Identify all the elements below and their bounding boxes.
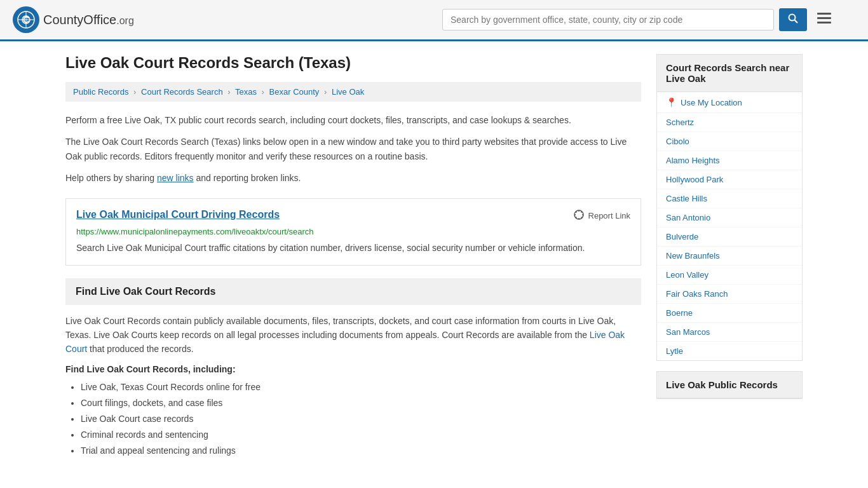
nearby-link-san-marcos[interactable]: San Marcos	[657, 323, 802, 342]
find-section-title: Find Live Oak Court Records	[76, 286, 631, 297]
record-title-link[interactable]: Live Oak Municipal Court Driving Records	[76, 209, 280, 220]
find-description: Live Oak Court Records contain publicly …	[65, 314, 641, 356]
report-link-button[interactable]: Report Link	[573, 209, 630, 223]
breadcrumb-link-court-records[interactable]: Court Records Search	[141, 87, 223, 97]
breadcrumb-link-live-oak[interactable]: Live Oak	[332, 87, 364, 97]
svg-rect-7	[817, 13, 831, 15]
list-item: Live Oak, Texas Court Records online for…	[81, 379, 641, 395]
nearby-box: Court Records Search near Live Oak 📍 Use…	[656, 54, 803, 361]
nearby-box-title: Court Records Search near Live Oak	[657, 55, 802, 92]
logo-area: C CountyOffice.org	[13, 6, 134, 33]
find-subtitle: Find Live Oak Court Records, including:	[65, 364, 641, 374]
list-item: Criminal records and sentencing	[81, 427, 641, 443]
svg-point-5	[789, 15, 796, 21]
new-links-link[interactable]: new links	[157, 173, 194, 183]
breadcrumb: Public Records › Court Records Search › …	[65, 82, 641, 102]
record-description: Search Live Oak Municipal Court traffic …	[76, 241, 630, 255]
use-my-location-label: Use My Location	[681, 98, 742, 107]
hamburger-menu-button[interactable]	[812, 10, 836, 30]
live-oak-court-link[interactable]: Live Oak Court	[65, 330, 625, 354]
sidebar: Court Records Search near Live Oak 📍 Use…	[656, 54, 803, 459]
search-area	[442, 8, 836, 31]
nearby-link-bulverde[interactable]: Bulverde	[657, 227, 802, 247]
find-list: Live Oak, Texas Court Records online for…	[65, 379, 641, 459]
intro-description-2: The Live Oak Court Records Search (Texas…	[65, 135, 641, 163]
svg-point-10	[574, 210, 583, 219]
intro-description-3: Help others by sharing new links and rep…	[65, 171, 641, 185]
svg-rect-9	[817, 22, 831, 24]
svg-line-18	[576, 217, 576, 217]
nearby-link-hollywood-park[interactable]: Hollywood Park	[657, 170, 802, 189]
record-card: Live Oak Municipal Court Driving Records	[65, 198, 641, 266]
public-records-box: Live Oak Public Records	[656, 371, 803, 399]
nearby-link-fair-oaks-ranch[interactable]: Fair Oaks Ranch	[657, 285, 802, 304]
record-card-header: Live Oak Municipal Court Driving Records	[76, 209, 630, 223]
svg-line-15	[576, 212, 576, 212]
report-link-label: Report Link	[588, 211, 630, 220]
breadcrumb-link-texas[interactable]: Texas	[235, 87, 257, 97]
find-section-header: Find Live Oak Court Records	[65, 278, 641, 305]
main-content: Live Oak Court Records Search (Texas) Pu…	[65, 54, 641, 459]
breadcrumb-link-bexar[interactable]: Bexar County	[269, 87, 320, 97]
report-icon	[573, 209, 585, 223]
nearby-link-alamo-heights[interactable]: Alamo Heights	[657, 151, 802, 170]
nearby-link-lytle[interactable]: Lytle	[657, 342, 802, 360]
search-button[interactable]	[779, 8, 807, 31]
list-item: Trial and appeal sentencing and rulings	[81, 443, 641, 459]
list-item: Live Oak Court case records	[81, 411, 641, 427]
intro-description-1: Perform a free Live Oak, TX public court…	[65, 113, 641, 127]
search-input[interactable]	[442, 9, 774, 30]
svg-line-16	[581, 217, 581, 217]
record-title: Live Oak Municipal Court Driving Records	[76, 209, 280, 220]
page-title: Live Oak Court Records Search (Texas)	[65, 54, 641, 72]
nearby-link-schertz[interactable]: Schertz	[657, 113, 802, 132]
site-header: C CountyOffice.org	[0, 0, 868, 41]
logo-icon: C	[13, 6, 39, 33]
public-records-box-title: Live Oak Public Records	[657, 372, 802, 398]
breadcrumb-link-public-records[interactable]: Public Records	[73, 87, 128, 97]
location-pin-icon: 📍	[666, 97, 677, 107]
record-url: https://www.municipalonlinepayments.com/…	[76, 227, 630, 236]
svg-line-6	[795, 20, 798, 24]
nearby-link-new-braunfels[interactable]: New Braunfels	[657, 247, 802, 266]
nearby-link-san-antonio[interactable]: San Antonio	[657, 208, 802, 227]
nearby-link-castle-hills[interactable]: Castle Hills	[657, 189, 802, 208]
main-container: Live Oak Court Records Search (Texas) Pu…	[53, 41, 815, 472]
logo-text: CountyOffice.org	[43, 13, 134, 27]
use-my-location-item[interactable]: 📍 Use My Location	[657, 92, 802, 113]
nearby-link-leon-valley[interactable]: Leon Valley	[657, 266, 802, 285]
nearby-link-boerne[interactable]: Boerne	[657, 304, 802, 323]
list-item: Court filings, dockets, and case files	[81, 395, 641, 411]
nearby-link-cibolo[interactable]: Cibolo	[657, 132, 802, 151]
svg-line-17	[581, 212, 581, 212]
svg-rect-8	[817, 17, 831, 19]
